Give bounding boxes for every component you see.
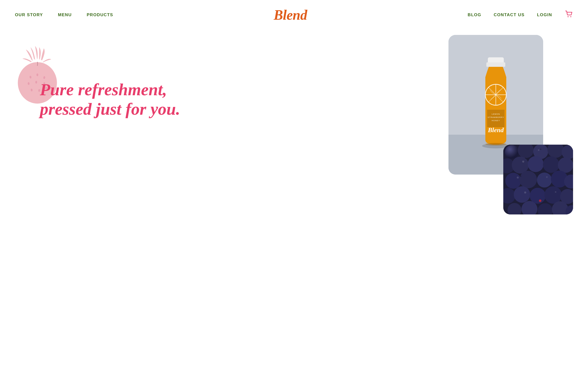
svg-text:Blend: Blend [488,126,504,134]
svg-point-59 [517,177,519,179]
svg-rect-15 [486,62,505,67]
svg-point-40 [543,156,559,173]
svg-point-49 [530,188,546,204]
svg-point-60 [546,176,548,178]
blueberry-card [503,145,573,214]
nav-left: OUR STORY MENU PRODUCTS [15,12,113,17]
svg-point-50 [544,186,562,204]
svg-rect-23 [487,110,505,127]
nav-login[interactable]: LOGIN [537,12,552,17]
nav-our-story[interactable]: OUR STORY [15,12,43,17]
hero-right: LEMON STRAWBERRY HONEY Blend [448,35,573,214]
svg-point-41 [558,157,573,173]
svg-text:HONEY: HONEY [492,119,500,122]
svg-point-42 [505,173,521,189]
cart-icon[interactable] [565,10,573,20]
svg-point-57 [522,161,524,163]
hero-section: Pure refreshment, pressed just for you. [0,30,588,229]
svg-point-39 [528,156,544,172]
svg-point-44 [537,173,552,188]
svg-point-61 [524,192,526,194]
hero-left: Pure refreshment, pressed just for you. [15,40,448,119]
svg-text:STRAWBERRY: STRAWBERRY [488,116,504,118]
nav-menu[interactable]: MENU [58,12,72,17]
svg-point-62 [555,191,556,193]
svg-point-7 [35,81,37,84]
svg-point-43 [519,171,537,188]
svg-point-1 [570,16,571,17]
svg-text:LEMON: LEMON [492,113,500,115]
svg-point-32 [505,145,519,159]
svg-point-48 [514,186,530,203]
nav-right: BLOG CONTACT US LOGIN [468,10,573,20]
nav-blog[interactable]: BLOG [468,12,481,17]
navigation: OUR STORY MENU PRODUCTS Blend BLOG CONTA… [0,0,588,30]
nav-products[interactable]: PRODUCTS [87,12,113,17]
nav-contact-us[interactable]: CONTACT US [494,12,525,17]
brand-logo[interactable]: Blend [274,7,307,23]
svg-point-38 [512,157,529,174]
svg-point-63 [539,199,541,202]
svg-point-0 [568,16,569,17]
hero-heading: Pure refreshment, pressed just for you. [40,80,199,119]
svg-point-58 [538,149,539,151]
svg-point-4 [36,73,38,76]
